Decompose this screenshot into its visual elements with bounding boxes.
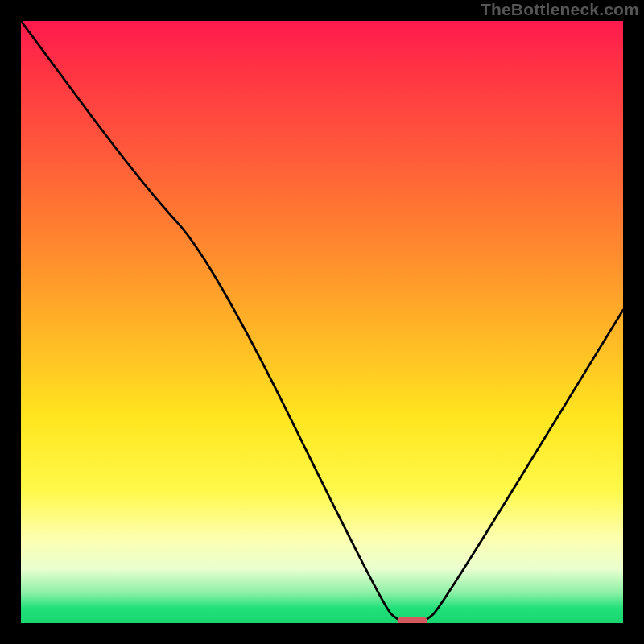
chart-frame: TheBottleneck.com — [0, 0, 644, 644]
curve-path — [21, 21, 623, 623]
bottleneck-curve — [21, 21, 623, 623]
minimum-marker — [398, 617, 427, 623]
watermark-text: TheBottleneck.com — [481, 0, 639, 19]
plot-area — [21, 21, 623, 623]
